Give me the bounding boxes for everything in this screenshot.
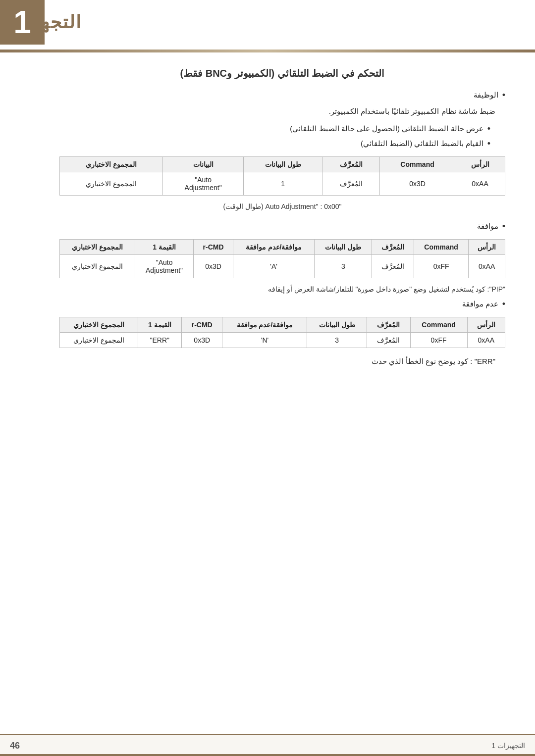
pip-note: "PIP": كود يُستخدم لتشغيل وضع "صورة داخل… — [59, 285, 505, 293]
bullet-icon-2: • — [487, 124, 490, 134]
t2-cell-head: 0xAA — [469, 254, 505, 278]
t2-cell-value: Auto""Adjustment — [135, 254, 194, 278]
t3-cell-length: 3 — [307, 332, 367, 348]
col-head1: الرأس — [455, 156, 505, 172]
t3-col-length: طول البيانات — [307, 317, 367, 332]
approval-bullet: • موافقة — [59, 220, 505, 232]
function-label: الوظيفة — [474, 89, 498, 101]
bullet-icon-4: • — [502, 221, 505, 232]
t3-col-head: الرأس — [467, 317, 505, 332]
t2-col-id: المُعرَّف — [372, 239, 414, 254]
table3-container: الرأس Command المُعرَّف طول البيانات موا… — [59, 317, 505, 348]
col-id1: المُعرَّف — [322, 156, 380, 172]
chapter-header: التجهيزات 1 — [0, 0, 535, 45]
chapter-number: 1 — [0, 0, 45, 45]
page-footer: التجهيزات 1 46 — [0, 734, 535, 756]
top-border-decoration — [0, 50, 535, 52]
t3-cell-head: 0xAA — [467, 332, 505, 348]
t3-col-command: Command — [410, 317, 467, 332]
t3-col-nak: موافقة/عدم موافقة — [222, 317, 307, 332]
bullet-icon-5: • — [502, 299, 505, 309]
col-length1: طول البيانات — [244, 156, 322, 172]
t2-col-length: طول البيانات — [315, 239, 372, 254]
t2-col-ack: موافقة/عدم موافقة — [233, 239, 315, 254]
footer-line-decoration — [0, 754, 535, 756]
t2-cell-checksum: المجموع الاختباري — [60, 254, 135, 278]
err-note: "ERR" : كود يوضح نوع الخطأ الذي حدث — [59, 355, 495, 368]
t2-col-command: Command — [414, 239, 469, 254]
table1-container: الرأس Command المُعرَّف طول البيانات الب… — [59, 156, 505, 196]
t2-col-rcmd: r-CMD — [194, 239, 233, 254]
table3: الرأس Command المُعرَّف طول البيانات موا… — [59, 317, 505, 348]
table2: الرأس Command المُعرَّف طول البيانات موا… — [59, 239, 505, 278]
no-approval-bullet: • عدم موافقة — [59, 298, 505, 310]
t3-cell-nak: 'N' — [222, 332, 307, 348]
section-title: التحكم في الضبط التلقائي (الكمبيوتر وBNC… — [59, 67, 505, 79]
t3-cell-command: 0xFF — [410, 332, 467, 348]
perform-bullet: • القيام بالضبط التلقائي (الضبط التلقائي… — [59, 138, 490, 150]
main-content: التحكم في الضبط التلقائي (الكمبيوتر وBNC… — [0, 67, 535, 402]
table1: الرأس Command المُعرَّف طول البيانات الب… — [59, 156, 505, 196]
cell-checksum1: المجموع الاختباري — [60, 172, 163, 195]
display-label: عرض حالة الضبط التلقائي (الحصول على حالة… — [290, 123, 483, 135]
perform-label: القيام بالضبط التلقائي (الضبط التلقائي) — [361, 138, 483, 150]
bullet-icon: • — [502, 90, 505, 101]
t2-cell-length: 3 — [315, 254, 372, 278]
footer-page-number: 46 — [10, 741, 20, 751]
approval-label: موافقة — [477, 220, 498, 232]
t3-col-rcmd: r-CMD — [181, 317, 222, 332]
footer-chapter-label: التجهيزات 1 — [491, 742, 525, 750]
cell-data1: Auto""Adjustment — [163, 172, 244, 195]
t3-col-value: القيمة 1 — [138, 317, 181, 332]
t3-col-id: المُعرَّف — [367, 317, 410, 332]
note1: "Auto Adjustment" : 0x00 (طوال الوقت) — [59, 202, 505, 210]
t2-cell-rcmd: 0x3D — [194, 254, 233, 278]
t2-col-value: القيمة 1 — [135, 239, 194, 254]
col-command1: Command — [379, 156, 455, 172]
cell-command1: 0x3D — [379, 172, 455, 195]
display-bullet: • عرض حالة الضبط التلقائي (الحصول على حا… — [59, 123, 490, 135]
t3-cell-value: "ERR" — [138, 332, 181, 348]
t2-cell-id: المُعرَّف — [372, 254, 414, 278]
t3-cell-id: المُعرَّف — [367, 332, 410, 348]
t3-cell-checksum: المجموع الاختباري — [60, 332, 138, 348]
col-data1: البيانات — [163, 156, 244, 172]
t2-cell-ack: 'A' — [233, 254, 315, 278]
cell-id1: المُعرَّف — [322, 172, 380, 195]
cell-length1: 1 — [244, 172, 322, 195]
t3-col-checksum: المجموع الاختباري — [60, 317, 138, 332]
t2-col-head: الرأس — [469, 239, 505, 254]
cell-head1: 0xAA — [455, 172, 505, 195]
function-bullet: • الوظيفة — [59, 89, 505, 101]
t3-cell-rcmd: 0x3D — [181, 332, 222, 348]
no-approval-label: عدم موافقة — [462, 298, 498, 310]
table2-container: الرأس Command المُعرَّف طول البيانات موا… — [59, 239, 505, 278]
function-description: ضبط شاشة نظام الكمبيوتر تلقائيًا باستخدا… — [59, 105, 495, 118]
col-checksum1: المجموع الاختباري — [60, 156, 163, 172]
t2-cell-command: 0xFF — [414, 254, 469, 278]
t2-col-checksum: المجموع الاختباري — [60, 239, 135, 254]
bullet-icon-3: • — [487, 139, 490, 149]
